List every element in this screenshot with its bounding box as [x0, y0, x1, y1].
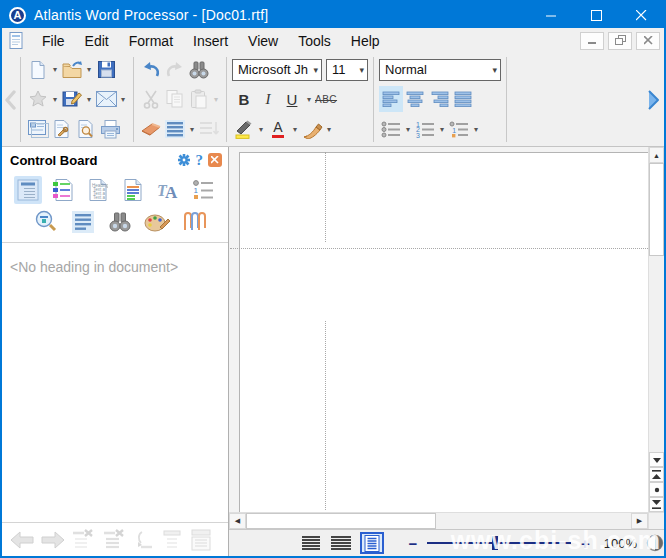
undo-button[interactable]	[139, 57, 163, 83]
tab-clips[interactable]	[180, 208, 208, 236]
email-button[interactable]	[94, 86, 118, 112]
demote-heading-button[interactable]	[134, 530, 154, 550]
line-spacing-dropdown-icon[interactable]: ▾	[187, 125, 197, 134]
menu-tools[interactable]: Tools	[288, 30, 341, 52]
tab-bookmarks[interactable]	[49, 176, 77, 204]
zoom-percentage[interactable]: 100%	[604, 536, 637, 551]
align-justify-button[interactable]	[451, 86, 475, 112]
print-button[interactable]	[98, 116, 122, 142]
close-button[interactable]	[619, 2, 664, 28]
copy-button[interactable]	[163, 86, 187, 112]
menu-view[interactable]: View	[238, 30, 288, 52]
line-spacing-button[interactable]	[163, 116, 187, 142]
tab-fonts[interactable]: TA	[154, 176, 182, 204]
cut-button[interactable]	[139, 86, 163, 112]
templates-button[interactable]	[26, 116, 50, 142]
next-page-icon[interactable]	[649, 497, 664, 512]
previous-page-icon[interactable]	[649, 467, 664, 482]
bold-button[interactable]: B	[232, 86, 256, 112]
highlighter-button[interactable]	[232, 116, 256, 142]
select-browse-object-icon[interactable]	[649, 482, 664, 497]
favorites-dropdown-icon[interactable]: ▾	[50, 95, 60, 104]
sort-button[interactable]	[197, 116, 221, 142]
tab-styles[interactable]	[119, 176, 147, 204]
multilevel-list-dropdown-icon[interactable]: ▾	[471, 125, 481, 134]
scroll-up-icon[interactable]: ▲	[649, 147, 664, 163]
italic-button[interactable]: I	[256, 86, 280, 112]
draft-view-button[interactable]	[299, 532, 322, 554]
zoom-out-button[interactable]: −	[406, 536, 421, 551]
align-center-button[interactable]	[403, 86, 427, 112]
scroll-down-icon[interactable]	[649, 452, 664, 467]
save-button[interactable]	[94, 57, 118, 83]
tab-headings[interactable]	[14, 176, 42, 204]
menu-help[interactable]: Help	[341, 30, 390, 52]
font-name-combo[interactable]: Microsoft Jh ▾	[232, 59, 322, 81]
align-right-button[interactable]	[427, 86, 451, 112]
numbered-list-button[interactable]: 123	[413, 116, 437, 142]
document-minimize-button[interactable]	[580, 32, 604, 50]
numbered-list-dropdown-icon[interactable]: ▾	[437, 125, 447, 134]
font-color-dropdown-icon[interactable]: ▾	[290, 125, 300, 134]
email-dropdown-icon[interactable]: ▾	[118, 95, 128, 104]
document-canvas[interactable]	[229, 147, 648, 512]
document-restore-button[interactable]	[608, 32, 632, 50]
paste-dropdown-icon[interactable]: ▾	[211, 95, 221, 104]
format-painter-button[interactable]	[300, 116, 324, 142]
open-button[interactable]	[60, 57, 84, 83]
document-tools-button[interactable]	[50, 116, 74, 142]
bullet-list-dropdown-icon[interactable]: ▾	[403, 125, 413, 134]
heading-pane-button[interactable]	[190, 529, 212, 551]
horizontal-scrollbar[interactable]: ◀ ▶	[229, 512, 664, 529]
maximize-button[interactable]	[574, 2, 619, 28]
scroll-right-icon[interactable]: ▶	[631, 513, 648, 529]
tab-toc[interactable]: 1	[189, 176, 217, 204]
menu-edit[interactable]: Edit	[75, 30, 119, 52]
scroll-left-icon[interactable]: ◀	[229, 513, 246, 529]
delete-heading-button[interactable]	[72, 529, 96, 551]
horizontal-scroll-thumb[interactable]	[246, 513, 436, 529]
forward-button[interactable]	[41, 531, 65, 549]
open-dropdown-icon[interactable]: ▾	[84, 65, 94, 74]
zoom-slider[interactable]	[427, 542, 571, 544]
paste-button[interactable]	[187, 86, 211, 112]
back-button[interactable]	[10, 531, 34, 549]
font-color-button[interactable]: A	[266, 116, 290, 142]
tab-fields[interactable]: HeadingText aText aText a	[84, 176, 112, 204]
settings-gear-icon[interactable]	[177, 153, 191, 167]
underline-button[interactable]: U	[280, 86, 304, 112]
new-dropdown-icon[interactable]: ▾	[50, 65, 60, 74]
zoom-in-button[interactable]: +	[578, 536, 593, 551]
heading-list-button[interactable]	[161, 529, 183, 551]
tab-gallery[interactable]	[143, 208, 171, 236]
find-button[interactable]	[187, 57, 211, 83]
panel-close-icon[interactable]	[208, 153, 222, 167]
tab-paragraphs[interactable]	[69, 208, 97, 236]
zoom-slider-thumb[interactable]	[492, 536, 498, 550]
menu-insert[interactable]: Insert	[183, 30, 238, 52]
style-combo[interactable]: Normal ▾	[379, 59, 501, 81]
align-left-button[interactable]	[379, 86, 403, 112]
document-close-button[interactable]	[636, 32, 660, 50]
menu-format[interactable]: Format	[119, 30, 183, 52]
minimize-button[interactable]	[529, 2, 574, 28]
redo-button[interactable]	[163, 57, 187, 83]
full-screen-icon[interactable]	[646, 534, 664, 552]
vertical-scrollbar[interactable]: ▲	[648, 147, 664, 512]
print-layout-view-button[interactable]	[360, 532, 383, 554]
font-size-combo[interactable]: 11 ▾	[326, 59, 368, 81]
toolbar-scroll-right-icon[interactable]	[642, 54, 664, 145]
tab-search[interactable]	[106, 208, 134, 236]
favorites-button[interactable]	[26, 86, 50, 112]
tab-lookup[interactable]	[32, 208, 60, 236]
save-as-dropdown-icon[interactable]: ▾	[84, 95, 94, 104]
bullet-list-button[interactable]	[379, 116, 403, 142]
new-document-button[interactable]	[26, 57, 50, 83]
eraser-button[interactable]	[139, 116, 163, 142]
help-icon[interactable]: ?	[196, 152, 204, 169]
underline-dropdown-icon[interactable]: ▾	[304, 95, 314, 104]
highlighter-dropdown-icon[interactable]: ▾	[256, 125, 266, 134]
save-as-button[interactable]	[60, 86, 84, 112]
toolbar-scroll-left-icon[interactable]	[2, 54, 18, 145]
print-preview-button[interactable]	[74, 116, 98, 142]
